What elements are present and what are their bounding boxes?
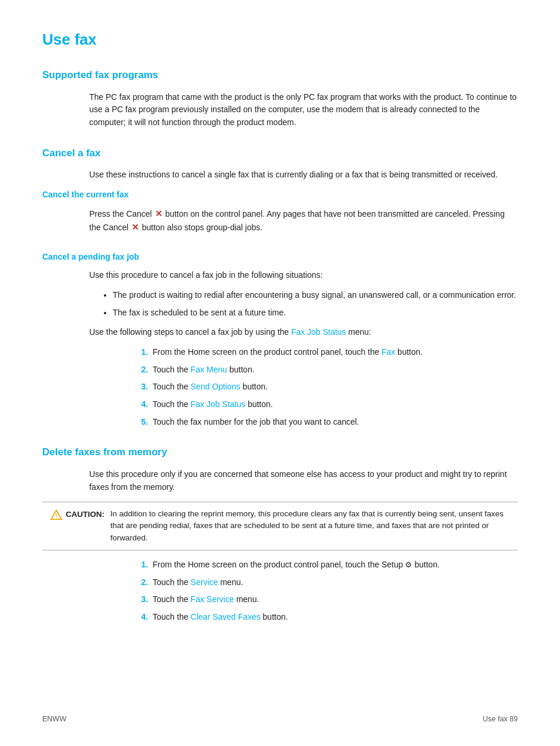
- delete-step-3-suffix: menu.: [234, 594, 259, 604]
- list-item: The fax is scheduled to be sent at a fut…: [113, 307, 518, 320]
- cancel-pending-heading: Cancel a pending fax job: [42, 251, 518, 263]
- delete-step-3: Touch the Fax Service menu.: [150, 593, 518, 606]
- footer-right: Use fax 89: [483, 714, 518, 725]
- step-4-prefix: Touch the: [153, 399, 191, 409]
- delete-step-2: Touch the Service menu.: [150, 576, 518, 589]
- supported-fax-section: Supported fax programs The PC fax progra…: [42, 68, 518, 129]
- cancel-pending-intro: Use this procedure to cancel a fax job i…: [89, 269, 518, 282]
- step-2-prefix: Touch the: [153, 365, 191, 374]
- delete-faxes-body: Use this procedure only if you are conce…: [89, 468, 518, 493]
- step-3-prefix: Touch the: [153, 382, 191, 391]
- step-5: Touch the fax number for the job that yo…: [150, 416, 518, 429]
- step-3-suffix: button.: [240, 382, 268, 391]
- svg-text:!: !: [55, 513, 57, 519]
- step-2: Touch the Fax Menu button.: [150, 364, 518, 377]
- setup-icon: ⚙: [405, 559, 412, 571]
- steps-intro-prefix: Use the following steps to cancel a fax …: [89, 327, 291, 337]
- step-1-suffix: button.: [395, 347, 423, 357]
- fax-link[interactable]: Fax: [382, 347, 395, 357]
- fax-job-status-link[interactable]: Fax Job Status: [191, 399, 245, 409]
- fax-service-link[interactable]: Fax Service: [191, 594, 234, 604]
- page-title: Use fax: [42, 28, 518, 51]
- caution-triangle-icon: !: [50, 509, 62, 520]
- supported-fax-heading: Supported fax programs: [42, 68, 518, 83]
- fax-menu-link[interactable]: Fax Menu: [191, 365, 227, 374]
- delete-step-4: Touch the Clear Saved Faxes button.: [150, 611, 518, 624]
- cancel-current-suffix: button also stops group-dial jobs.: [140, 223, 262, 232]
- caution-icon: ! CAUTION:: [50, 509, 104, 520]
- step-4-suffix: button.: [245, 399, 273, 409]
- send-options-link[interactable]: Send Options: [191, 382, 241, 391]
- step-3: Touch the Send Options button.: [150, 381, 518, 394]
- caution-box: ! CAUTION: In addition to clearing the r…: [42, 502, 518, 550]
- delete-step-2-suffix: menu.: [218, 577, 243, 587]
- cancel-fax-body: Use these instructions to cancel a singl…: [89, 169, 518, 182]
- step-5-prefix: Touch the fax number for the job that yo…: [153, 417, 359, 426]
- cancel-current-body: Press the Cancel ✕ button on the control…: [89, 207, 518, 234]
- delete-step-4-suffix: button.: [261, 612, 288, 621]
- service-link[interactable]: Service: [191, 577, 218, 587]
- cancel-current-section: Cancel the current fax Press the Cancel …: [42, 189, 518, 234]
- delete-faxes-heading: Delete faxes from memory: [42, 445, 518, 460]
- cancel-fax-heading: Cancel a fax: [42, 146, 518, 161]
- step-2-suffix: button.: [227, 365, 255, 374]
- steps-intro-suffix: menu:: [346, 327, 371, 337]
- cancel-x-icon-2: ✕: [131, 220, 139, 234]
- cancel-fax-section: Cancel a fax Use these instructions to c…: [42, 146, 518, 429]
- fax-job-status-link-intro[interactable]: Fax Job Status: [291, 327, 346, 337]
- cancel-current-heading: Cancel the current fax: [42, 189, 518, 201]
- footer-left: ENWW: [42, 714, 66, 725]
- clear-saved-faxes-link[interactable]: Clear Saved Faxes: [191, 612, 261, 621]
- cancel-pending-steps: From the Home screen on the product cont…: [136, 346, 518, 428]
- cancel-pending-bullets: The product is waiting to redial after e…: [101, 289, 518, 319]
- delete-step-2-prefix: Touch the: [153, 577, 191, 587]
- delete-step-3-prefix: Touch the: [153, 594, 191, 604]
- delete-step-4-prefix: Touch the: [153, 612, 191, 621]
- step-4: Touch the Fax Job Status button.: [150, 398, 518, 411]
- step-1-prefix: From the Home screen on the product cont…: [153, 347, 382, 357]
- footer: ENWW Use fax 89: [0, 714, 560, 725]
- caution-body: In addition to clearing the reprint memo…: [110, 508, 510, 544]
- delete-step-1-prefix: From the Home screen on the product cont…: [153, 560, 405, 569]
- delete-step-1: From the Home screen on the product cont…: [150, 559, 518, 572]
- cancel-current-prefix: Press the Cancel: [89, 209, 154, 219]
- supported-fax-body: The PC fax program that came with the pr…: [89, 91, 518, 129]
- cancel-pending-section: Cancel a pending fax job Use this proced…: [42, 251, 518, 428]
- caution-label: CAUTION:: [66, 509, 104, 520]
- delete-faxes-steps: From the Home screen on the product cont…: [136, 559, 518, 624]
- step-1: From the Home screen on the product cont…: [150, 346, 518, 359]
- delete-step-1-suffix: button.: [414, 560, 440, 569]
- steps-intro: Use the following steps to cancel a fax …: [89, 326, 518, 339]
- delete-faxes-section: Delete faxes from memory Use this proced…: [42, 445, 518, 623]
- cancel-x-icon-1: ✕: [155, 207, 163, 220]
- list-item: The product is waiting to redial after e…: [113, 289, 518, 302]
